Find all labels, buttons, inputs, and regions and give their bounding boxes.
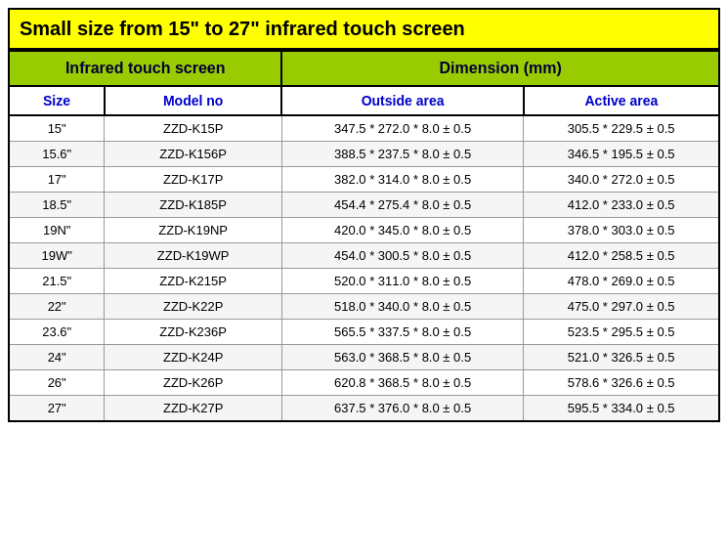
cell-outside: 454.4 * 275.4 * 8.0 ± 0.5 bbox=[281, 193, 523, 218]
cell-outside: 620.8 * 368.5 * 8.0 ± 0.5 bbox=[281, 370, 523, 396]
cell-active: 523.5 * 295.5 ± 0.5 bbox=[524, 320, 719, 345]
cell-active: 412.0 * 233.0 ± 0.5 bbox=[524, 193, 719, 218]
cell-model: ZZD-K156P bbox=[105, 142, 282, 167]
cell-size: 19N" bbox=[9, 218, 105, 243]
cell-size: 27" bbox=[9, 396, 105, 422]
table-row: 15"ZZD-K15P347.5 * 272.0 * 8.0 ± 0.5305.… bbox=[9, 115, 719, 142]
cell-model: ZZD-K27P bbox=[105, 396, 282, 422]
cell-active: 578.6 * 326.6 ± 0.5 bbox=[524, 370, 719, 396]
cell-model: ZZD-K19WP bbox=[105, 243, 282, 269]
cell-active: 378.0 * 303.0 ± 0.5 bbox=[524, 218, 719, 243]
cell-model: ZZD-K24P bbox=[105, 345, 282, 370]
table-row: 19N"ZZD-K19NP420.0 * 345.0 * 8.0 ± 0.537… bbox=[9, 218, 719, 243]
col-header-row: Size Model no Outside area Active area bbox=[9, 86, 719, 115]
cell-size: 26" bbox=[9, 370, 105, 396]
cell-active: 475.0 * 297.0 ± 0.5 bbox=[524, 294, 719, 320]
cell-model: ZZD-K236P bbox=[105, 320, 282, 345]
main-title: Small size from 15" to 27" infrared touc… bbox=[8, 8, 720, 50]
cell-size: 23.6" bbox=[9, 320, 105, 345]
cell-size: 24" bbox=[9, 345, 105, 370]
cell-model: ZZD-K15P bbox=[105, 115, 282, 142]
cell-outside: 454.0 * 300.5 * 8.0 ± 0.5 bbox=[281, 243, 523, 269]
table-row: 22"ZZD-K22P518.0 * 340.0 * 8.0 ± 0.5475.… bbox=[9, 294, 719, 320]
cell-model: ZZD-K22P bbox=[105, 294, 282, 320]
cell-model: ZZD-K19NP bbox=[105, 218, 282, 243]
group-header-touch-screen: Infrared touch screen bbox=[9, 51, 281, 86]
cell-size: 17" bbox=[9, 167, 105, 193]
cell-active: 478.0 * 269.0 ± 0.5 bbox=[524, 269, 719, 294]
cell-active: 412.0 * 258.5 ± 0.5 bbox=[524, 243, 719, 269]
cell-outside: 520.0 * 311.0 * 8.0 ± 0.5 bbox=[281, 269, 523, 294]
table-row: 21.5"ZZD-K215P520.0 * 311.0 * 8.0 ± 0.54… bbox=[9, 269, 719, 294]
table-row: 19W"ZZD-K19WP454.0 * 300.5 * 8.0 ± 0.541… bbox=[9, 243, 719, 269]
cell-model: ZZD-K26P bbox=[105, 370, 282, 396]
cell-outside: 565.5 * 337.5 * 8.0 ± 0.5 bbox=[281, 320, 523, 345]
cell-outside: 420.0 * 345.0 * 8.0 ± 0.5 bbox=[281, 218, 523, 243]
page-wrapper: Small size from 15" to 27" infrared touc… bbox=[0, 0, 728, 430]
cell-outside: 518.0 * 340.0 * 8.0 ± 0.5 bbox=[281, 294, 523, 320]
group-header-row: Infrared touch screen Dimension (mm) bbox=[9, 51, 719, 86]
table-row: 26"ZZD-K26P620.8 * 368.5 * 8.0 ± 0.5578.… bbox=[9, 370, 719, 396]
cell-outside: 347.5 * 272.0 * 8.0 ± 0.5 bbox=[281, 115, 523, 142]
table-row: 24"ZZD-K24P563.0 * 368.5 * 8.0 ± 0.5521.… bbox=[9, 345, 719, 370]
table-row: 23.6"ZZD-K236P565.5 * 337.5 * 8.0 ± 0.55… bbox=[9, 320, 719, 345]
cell-outside: 382.0 * 314.0 * 8.0 ± 0.5 bbox=[281, 167, 523, 193]
table-row: 17"ZZD-K17P382.0 * 314.0 * 8.0 ± 0.5340.… bbox=[9, 167, 719, 193]
table-row: 15.6"ZZD-K156P388.5 * 237.5 * 8.0 ± 0.53… bbox=[9, 142, 719, 167]
table-row: 27"ZZD-K27P637.5 * 376.0 * 8.0 ± 0.5595.… bbox=[9, 396, 719, 422]
cell-size: 18.5" bbox=[9, 193, 105, 218]
cell-model: ZZD-K185P bbox=[105, 193, 282, 218]
cell-active: 305.5 * 229.5 ± 0.5 bbox=[524, 115, 719, 142]
table-body: 15"ZZD-K15P347.5 * 272.0 * 8.0 ± 0.5305.… bbox=[9, 115, 719, 421]
cell-size: 15.6" bbox=[9, 142, 105, 167]
col-header-active: Active area bbox=[524, 86, 719, 115]
cell-outside: 563.0 * 368.5 * 8.0 ± 0.5 bbox=[281, 345, 523, 370]
group-header-dimension: Dimension (mm) bbox=[281, 51, 719, 86]
cell-model: ZZD-K17P bbox=[105, 167, 282, 193]
cell-outside: 637.5 * 376.0 * 8.0 ± 0.5 bbox=[281, 396, 523, 422]
data-table: Infrared touch screen Dimension (mm) Siz… bbox=[8, 50, 720, 422]
table-row: 18.5"ZZD-K185P454.4 * 275.4 * 8.0 ± 0.54… bbox=[9, 193, 719, 218]
cell-size: 22" bbox=[9, 294, 105, 320]
col-header-outside: Outside area bbox=[281, 86, 523, 115]
cell-size: 21.5" bbox=[9, 269, 105, 294]
col-header-model: Model no bbox=[105, 86, 282, 115]
cell-active: 521.0 * 326.5 ± 0.5 bbox=[524, 345, 719, 370]
cell-active: 340.0 * 272.0 ± 0.5 bbox=[524, 167, 719, 193]
cell-active: 595.5 * 334.0 ± 0.5 bbox=[524, 396, 719, 422]
cell-size: 15" bbox=[9, 115, 105, 142]
cell-size: 19W" bbox=[9, 243, 105, 269]
cell-active: 346.5 * 195.5 ± 0.5 bbox=[524, 142, 719, 167]
cell-outside: 388.5 * 237.5 * 8.0 ± 0.5 bbox=[281, 142, 523, 167]
col-header-size: Size bbox=[9, 86, 105, 115]
cell-model: ZZD-K215P bbox=[105, 269, 282, 294]
